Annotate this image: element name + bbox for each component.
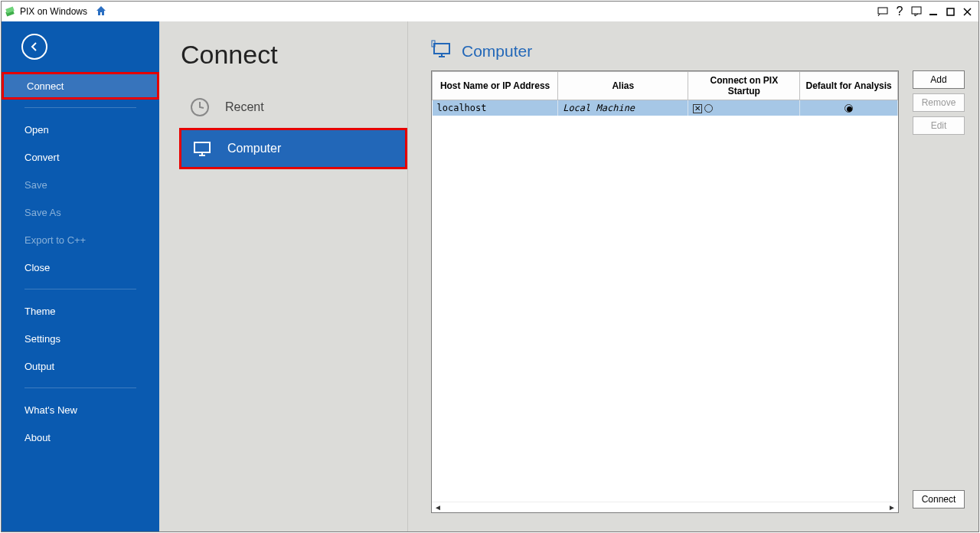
edit-button: Edit xyxy=(913,116,965,135)
panel-header: Computer xyxy=(431,40,965,63)
radio-icon[interactable] xyxy=(844,104,853,113)
remove-button: Remove xyxy=(913,93,965,112)
back-button[interactable] xyxy=(21,34,47,60)
add-button[interactable]: Add xyxy=(913,70,965,89)
feedback-icon[interactable] xyxy=(875,4,890,19)
sidebar-item-about[interactable]: About xyxy=(2,423,159,451)
cell-default[interactable] xyxy=(800,100,898,116)
table-row[interactable]: localhost Local Machine ✕ xyxy=(433,100,898,116)
connect-nav: Connect Recent Computer xyxy=(159,21,408,531)
home-icon[interactable] xyxy=(95,5,107,19)
btn-label: Remove xyxy=(922,97,956,108)
cell-alias: Local Machine xyxy=(558,100,688,116)
sidebar-label: Settings xyxy=(24,333,60,345)
nav-recent[interactable]: Recent xyxy=(179,87,407,128)
sidebar: Connect Open Convert Save Save As Export… xyxy=(2,21,159,531)
scroll-left-icon[interactable]: ◄ xyxy=(434,503,442,512)
cell-host: localhost xyxy=(433,100,558,116)
nav-label: Computer xyxy=(227,142,281,155)
sidebar-label: What's New xyxy=(24,404,77,416)
nav-label: Recent xyxy=(225,100,264,114)
app-icon xyxy=(5,6,15,17)
btn-label: Add xyxy=(930,74,946,85)
sidebar-label: Open xyxy=(24,124,49,136)
col-default[interactable]: Default for Analysis xyxy=(800,72,898,100)
monitor-icon xyxy=(192,139,212,159)
app-window: PIX on Windows ? Connect Open Convert Sa… xyxy=(1,1,979,532)
main-area: Connect Recent Computer Computer xyxy=(159,21,978,531)
sidebar-item-convert[interactable]: Convert xyxy=(2,143,159,171)
minimize-button[interactable] xyxy=(926,4,941,19)
hosts-table: Host Name or IP Address Alias Connect on… xyxy=(431,70,899,513)
sidebar-label: Save As xyxy=(24,207,61,218)
svg-rect-2 xyxy=(878,8,887,14)
titlebar: PIX on Windows ? xyxy=(2,2,978,21)
btn-label: Connect xyxy=(922,494,956,505)
sidebar-label: Output xyxy=(24,361,54,372)
help-icon[interactable]: ? xyxy=(892,4,907,19)
notify-icon[interactable] xyxy=(909,4,924,19)
sidebar-item-whats-new[interactable]: What's New xyxy=(2,396,159,423)
sidebar-label: Save xyxy=(24,179,47,191)
svg-rect-3 xyxy=(912,7,921,14)
sidebar-label: Connect xyxy=(27,80,64,92)
sidebar-label: Export to C++ xyxy=(24,234,86,246)
app-title: PIX on Windows xyxy=(20,6,87,17)
svg-rect-9 xyxy=(194,142,210,152)
col-startup[interactable]: Connect on PIX Startup xyxy=(688,72,800,100)
maximize-button[interactable] xyxy=(942,4,958,19)
scroll-right-icon[interactable]: ► xyxy=(888,503,896,512)
col-host[interactable]: Host Name or IP Address xyxy=(433,72,558,100)
sidebar-item-theme[interactable]: Theme xyxy=(2,297,159,325)
monitor-icon xyxy=(431,40,452,63)
sidebar-label: Close xyxy=(24,262,50,273)
radio-icon[interactable] xyxy=(704,104,713,113)
checkbox-icon[interactable]: ✕ xyxy=(693,104,702,113)
sidebar-label: About xyxy=(24,432,51,443)
col-alias[interactable]: Alias xyxy=(558,72,688,100)
svg-rect-5 xyxy=(947,8,954,15)
sidebar-item-output[interactable]: Output xyxy=(2,352,159,380)
page-title: Connect xyxy=(181,40,407,70)
close-button[interactable] xyxy=(959,4,975,19)
sidebar-item-save-as[interactable]: Save As xyxy=(2,198,159,226)
sidebar-label: Theme xyxy=(24,306,55,317)
action-buttons: Add Remove Edit Connect xyxy=(913,70,965,513)
connect-button[interactable]: Connect xyxy=(913,490,965,508)
sidebar-item-open[interactable]: Open xyxy=(2,116,159,143)
clock-icon xyxy=(190,97,210,117)
nav-computer[interactable]: Computer xyxy=(179,128,407,169)
sidebar-item-save[interactable]: Save xyxy=(2,171,159,198)
svg-rect-12 xyxy=(434,44,449,54)
sidebar-item-connect[interactable]: Connect xyxy=(2,72,159,100)
btn-label: Edit xyxy=(931,120,947,131)
sidebar-item-export[interactable]: Export to C++ xyxy=(2,226,159,253)
sidebar-item-close[interactable]: Close xyxy=(2,253,159,281)
cell-startup[interactable]: ✕ xyxy=(688,100,800,116)
sidebar-label: Convert xyxy=(24,152,60,163)
hosts-grid[interactable]: Host Name or IP Address Alias Connect on… xyxy=(432,71,898,116)
hscrollbar[interactable]: ◄► xyxy=(432,502,898,512)
sidebar-item-settings[interactable]: Settings xyxy=(2,325,159,352)
computer-panel: Computer Host Name or IP Address Alias C… xyxy=(408,21,978,531)
panel-title: Computer xyxy=(462,42,532,60)
